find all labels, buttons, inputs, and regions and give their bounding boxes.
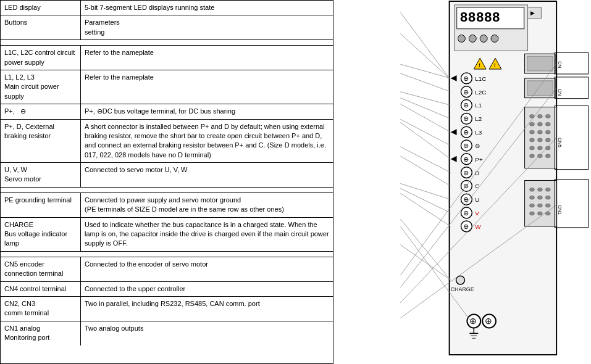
component-name: CHARGEBus voltage indicator lamp bbox=[1, 218, 81, 251]
svg-point-44 bbox=[530, 204, 535, 207]
svg-point-6 bbox=[480, 35, 487, 43]
svg-text:⊕: ⊕ bbox=[463, 75, 469, 82]
component-desc: Connected to power supply and servo moto… bbox=[81, 193, 333, 217]
component-name: PE grounding terminal bbox=[1, 193, 81, 217]
svg-text:CN: CN bbox=[557, 61, 563, 68]
svg-text:⊕: ⊕ bbox=[463, 88, 469, 96]
svg-point-21 bbox=[545, 114, 550, 118]
component-name: LED display bbox=[1, 1, 81, 15]
svg-text:▶: ▶ bbox=[531, 10, 535, 16]
svg-line-110 bbox=[400, 119, 450, 146]
svg-point-45 bbox=[537, 204, 542, 207]
component-name: CN5 encoder connection terminal bbox=[1, 257, 81, 281]
svg-point-34 bbox=[530, 154, 535, 158]
section-gap bbox=[1, 252, 333, 257]
svg-line-113 bbox=[400, 156, 450, 186]
svg-point-40 bbox=[545, 188, 550, 191]
component-name: Buttons bbox=[1, 15, 81, 39]
svg-point-32 bbox=[537, 146, 542, 150]
svg-text:⊖: ⊖ bbox=[475, 143, 480, 149]
svg-point-27 bbox=[545, 130, 550, 134]
table-row: U, V, WServo motor Connected to servo mo… bbox=[1, 163, 333, 188]
svg-text:⊕: ⊕ bbox=[463, 115, 469, 122]
svg-point-48 bbox=[537, 212, 542, 215]
svg-point-93 bbox=[456, 276, 465, 284]
svg-point-39 bbox=[537, 188, 542, 191]
svg-point-5 bbox=[469, 35, 476, 43]
svg-point-31 bbox=[530, 146, 535, 150]
svg-text:!: ! bbox=[479, 62, 480, 68]
svg-point-43 bbox=[545, 196, 550, 199]
svg-point-7 bbox=[491, 35, 498, 43]
component-desc: A short connector is installed between P… bbox=[81, 120, 333, 163]
svg-text:⊕: ⊕ bbox=[463, 101, 469, 109]
svg-point-36 bbox=[545, 154, 550, 158]
svg-text:V: V bbox=[475, 210, 479, 217]
svg-line-112 bbox=[400, 147, 450, 173]
svg-point-20 bbox=[537, 114, 542, 118]
component-name: P+, D, Cexternal braking resistor bbox=[1, 120, 81, 163]
svg-text:L2: L2 bbox=[475, 115, 482, 122]
svg-text:U: U bbox=[475, 196, 479, 203]
svg-line-114 bbox=[400, 183, 450, 199]
svg-text:L3: L3 bbox=[475, 129, 482, 136]
component-name: CN2, CN3comm terminal bbox=[1, 297, 81, 321]
component-desc: Refer to the nameplate bbox=[81, 70, 333, 104]
svg-text:⊕: ⊕ bbox=[463, 209, 469, 217]
svg-line-115 bbox=[400, 188, 450, 213]
component-name: CN1 analogMonitoring port bbox=[1, 321, 81, 345]
component-desc: Refer to the nameplate bbox=[81, 46, 333, 70]
component-name: P+, ⊖ bbox=[1, 104, 81, 118]
svg-rect-127 bbox=[555, 179, 589, 227]
svg-text:⊕: ⊕ bbox=[463, 169, 469, 176]
svg-rect-37 bbox=[525, 180, 557, 226]
table-row: CN4 control terminal Connected to the up… bbox=[1, 282, 333, 297]
component-name: U, V, WServo motor bbox=[1, 163, 81, 187]
svg-text:L2C: L2C bbox=[475, 89, 486, 96]
svg-point-41 bbox=[530, 196, 535, 199]
svg-point-24 bbox=[545, 122, 550, 126]
component-desc: Connected to the upper controller bbox=[81, 282, 333, 296]
table-row: CN1 analogMonitoring port Two analog out… bbox=[1, 321, 333, 345]
svg-point-30 bbox=[545, 138, 550, 142]
svg-text:CN1: CN1 bbox=[557, 205, 563, 215]
svg-point-23 bbox=[537, 122, 542, 126]
svg-text:⊕: ⊕ bbox=[463, 155, 469, 163]
table-row: CHARGEBus voltage indicator lamp Used to… bbox=[1, 218, 333, 252]
table-row: PE grounding terminal Connected to power… bbox=[1, 193, 333, 218]
svg-line-117 bbox=[400, 219, 450, 280]
table-row: Buttons Parameterssetting bbox=[1, 15, 333, 40]
svg-point-28 bbox=[530, 138, 535, 142]
svg-text:C: C bbox=[475, 183, 479, 189]
svg-line-119 bbox=[400, 245, 450, 281]
svg-point-29 bbox=[537, 138, 542, 142]
svg-point-25 bbox=[530, 130, 535, 134]
svg-point-46 bbox=[545, 204, 550, 207]
svg-text:P+: P+ bbox=[475, 156, 483, 163]
table-row: P+, D, Cexternal braking resistor A shor… bbox=[1, 120, 333, 163]
component-name: CN4 control terminal bbox=[1, 282, 81, 296]
svg-text:⊕: ⊕ bbox=[463, 128, 469, 136]
component-table: LED display 5-bit 7-segment LED displays… bbox=[0, 0, 333, 364]
svg-point-38 bbox=[530, 188, 535, 191]
svg-line-103 bbox=[400, 12, 449, 78]
component-name: L1, L2, L3Main circuit power supply bbox=[1, 70, 81, 104]
svg-point-22 bbox=[530, 122, 535, 126]
svg-text:⊕: ⊕ bbox=[463, 223, 469, 230]
svg-text:L1C: L1C bbox=[475, 75, 486, 82]
svg-line-116 bbox=[400, 193, 450, 226]
component-desc: Connected to the encoder of servo motor bbox=[81, 257, 333, 281]
svg-text:⊕: ⊕ bbox=[485, 316, 492, 326]
svg-rect-15 bbox=[527, 56, 553, 71]
table-row: CN5 encoder connection terminal Connecte… bbox=[1, 257, 333, 282]
component-desc: Two in parallel, including RS232, RS485,… bbox=[81, 297, 333, 321]
component-desc: Used to indicate whether the bus capacit… bbox=[81, 218, 333, 251]
svg-text:CN: CN bbox=[557, 89, 563, 96]
svg-text:W: W bbox=[475, 223, 481, 230]
svg-point-47 bbox=[530, 212, 535, 215]
svg-text:L1: L1 bbox=[475, 102, 482, 109]
svg-text:88888: 88888 bbox=[459, 10, 500, 26]
section-gap bbox=[1, 40, 333, 46]
svg-line-107 bbox=[400, 92, 450, 105]
component-desc: Two analog outputs bbox=[81, 321, 333, 345]
